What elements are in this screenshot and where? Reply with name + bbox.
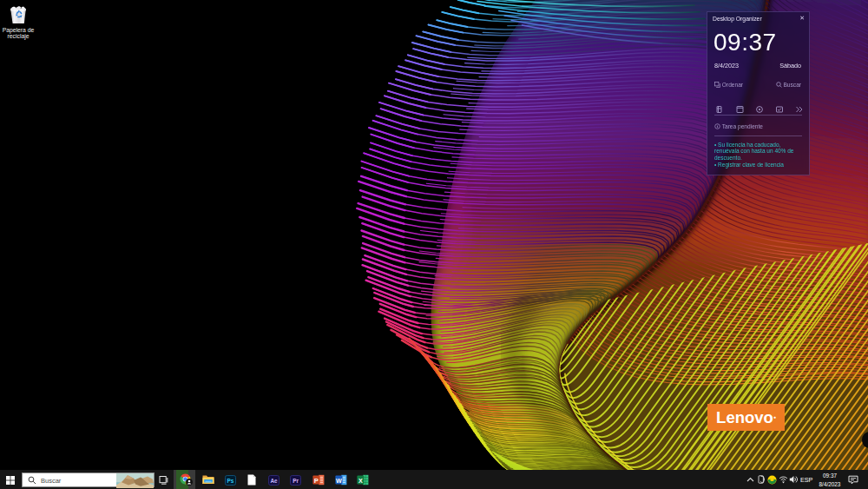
svg-text:P: P [314,477,319,485]
svg-text:Ae: Ae [270,478,278,484]
svg-text:Pr: Pr [293,478,299,484]
svg-text:W: W [336,477,342,485]
svg-text:Ps: Ps [227,478,234,484]
svg-text:X: X [358,477,363,485]
